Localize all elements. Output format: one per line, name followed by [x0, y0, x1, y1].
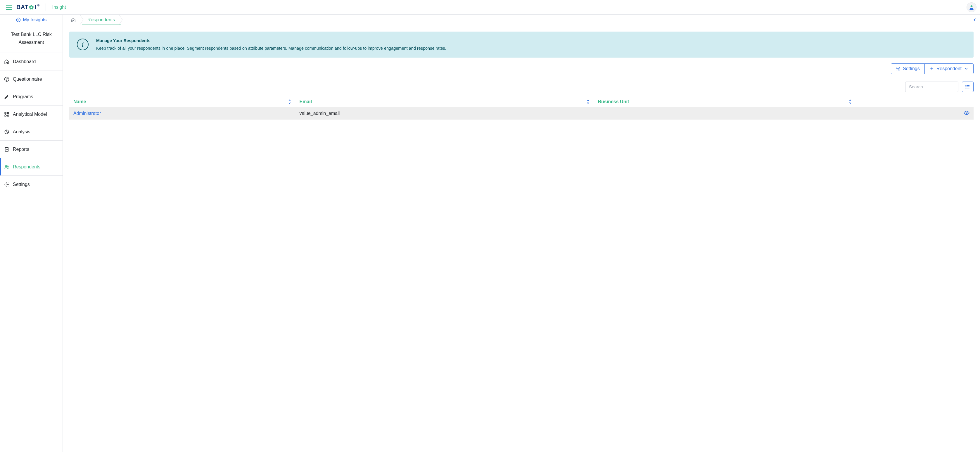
sidebar-item-label: Dashboard — [13, 59, 36, 64]
gear-icon — [896, 66, 900, 71]
svg-point-10 — [6, 166, 7, 167]
respondents-table: Name Email Business Un — [69, 96, 974, 119]
question-circle-icon — [4, 76, 10, 82]
sidebar-item-label: Settings — [13, 182, 30, 187]
sidebar-item-label: Questionnaire — [13, 76, 42, 82]
breadcrumb-home[interactable] — [66, 14, 82, 25]
info-banner: i Manage Your Respondents Keep track of … — [69, 32, 974, 57]
brand-text-2: I — [35, 4, 37, 11]
cell-bu — [594, 107, 856, 119]
sidebar-item-analytical-model[interactable]: Analytical Model — [0, 105, 62, 123]
product-name[interactable]: Insight — [52, 5, 66, 10]
sidebar-item-label: Reports — [13, 147, 29, 152]
sort-icon[interactable] — [848, 99, 852, 104]
settings-button-label: Settings — [903, 66, 920, 71]
svg-point-17 — [966, 112, 967, 113]
topbar: BAT✿I® Insight — [0, 0, 980, 14]
col-email-label: Email — [299, 99, 312, 104]
sidebar-item-label: Analytical Model — [13, 112, 47, 117]
list-view-toggle[interactable] — [962, 81, 974, 92]
action-buttons: Settings Respondent — [891, 64, 974, 74]
brand-logo[interactable]: BAT✿I® — [16, 4, 40, 11]
leaf-icon: ✿ — [29, 4, 34, 11]
home-icon — [71, 18, 76, 22]
document-chart-icon — [4, 147, 10, 152]
respondent-link[interactable]: Administrator — [73, 111, 101, 116]
sidebar-item-dashboard[interactable]: Dashboard — [0, 53, 62, 70]
info-icon: i — [77, 38, 89, 50]
col-name-label: Name — [73, 99, 86, 104]
registered-icon: ® — [37, 4, 40, 7]
breadcrumb-current[interactable]: Respondents — [82, 14, 121, 25]
my-insights-label: My Insights — [23, 17, 47, 22]
plus-icon — [929, 66, 934, 71]
sidebar-item-label: Programs — [13, 94, 33, 99]
chevron-right-icon — [119, 14, 124, 25]
breadcrumb-label: Respondents — [88, 17, 115, 22]
user-avatar[interactable] — [967, 2, 977, 12]
banner-body: Keep track of all your respondents in on… — [96, 46, 446, 51]
my-insights-link[interactable]: My Insights — [0, 14, 62, 25]
svg-point-13 — [897, 68, 899, 69]
svg-rect-6 — [5, 115, 6, 116]
svg-point-15 — [966, 86, 966, 87]
breadcrumbs: Respondents — [63, 14, 969, 25]
user-icon — [969, 5, 974, 10]
svg-point-16 — [966, 88, 966, 88]
col-name[interactable]: Name — [69, 96, 296, 107]
chevron-down-icon — [964, 66, 969, 71]
list-icon — [966, 85, 970, 89]
users-icon — [4, 164, 10, 170]
svg-rect-4 — [5, 112, 6, 114]
brand-text-1: BAT — [16, 4, 29, 11]
svg-point-11 — [7, 166, 8, 167]
menu-toggle[interactable] — [6, 5, 12, 10]
gear-icon — [4, 182, 10, 187]
sort-icon[interactable] — [288, 99, 291, 104]
add-respondent-label: Respondent — [937, 66, 962, 71]
cell-email: value_admin_email — [296, 107, 594, 119]
eye-icon[interactable] — [964, 111, 969, 115]
home-icon — [4, 59, 10, 64]
col-bu-label: Business Unit — [598, 99, 629, 104]
sort-icon[interactable] — [586, 99, 590, 104]
svg-point-12 — [6, 184, 8, 185]
sidebar-item-analysis[interactable]: Analysis — [0, 123, 62, 141]
project-title: Test Bank LLC Risk Assessment — [0, 25, 62, 53]
sidebar-item-reports[interactable]: Reports — [0, 141, 62, 158]
divider — [46, 3, 46, 11]
sidebar-item-label: Analysis — [13, 129, 30, 134]
model-icon — [4, 112, 10, 117]
cell-name: Administrator — [69, 107, 296, 119]
search-input[interactable] — [905, 81, 958, 92]
table-row: Administrator value_admin_email — [69, 107, 974, 119]
sidebar-nav: Dashboard Questionnaire Programs Analyti… — [0, 53, 62, 193]
sidebar-item-respondents[interactable]: Respondents — [0, 158, 62, 176]
collapse-panel-button[interactable] — [969, 14, 980, 25]
add-respondent-button[interactable]: Respondent — [924, 64, 973, 74]
sidebar-item-programs[interactable]: Programs — [0, 88, 62, 105]
col-business-unit[interactable]: Business Unit — [594, 96, 856, 107]
svg-point-14 — [966, 85, 966, 86]
sidebar-item-settings[interactable]: Settings — [0, 176, 62, 193]
pen-icon — [4, 94, 10, 99]
col-actions — [856, 96, 974, 107]
banner-title: Manage Your Respondents — [96, 37, 446, 44]
cell-view — [856, 107, 974, 119]
svg-rect-7 — [7, 115, 9, 116]
svg-rect-5 — [7, 112, 9, 114]
sidebar-item-label: Respondents — [13, 164, 40, 170]
svg-point-0 — [970, 5, 973, 7]
triangle-left-icon — [973, 18, 976, 22]
settings-button[interactable]: Settings — [891, 64, 924, 74]
content: Respondents i Manage Your Respondents Ke… — [63, 14, 980, 452]
arrow-left-circle-icon — [16, 18, 21, 22]
col-email[interactable]: Email — [296, 96, 594, 107]
sidebar-item-questionnaire[interactable]: Questionnaire — [0, 70, 62, 88]
pie-chart-icon — [4, 129, 10, 134]
sidebar: My Insights Test Bank LLC Risk Assessmen… — [0, 14, 63, 452]
